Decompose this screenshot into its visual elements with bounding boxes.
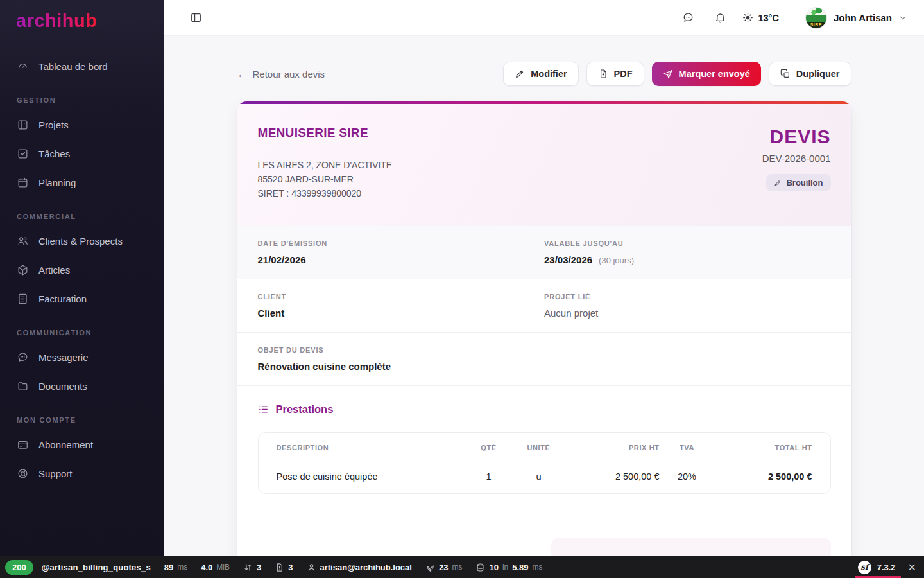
twig-time-unit: ms — [452, 563, 462, 572]
list-icon — [258, 404, 269, 415]
arrows-up-down-icon — [243, 563, 253, 572]
pencil-icon — [774, 179, 782, 187]
profiler-time[interactable]: 89 ms — [164, 563, 187, 572]
client-label: CLIENT — [258, 293, 545, 301]
time-value: 89 — [164, 563, 173, 572]
time-unit: ms — [177, 563, 187, 572]
profiler-user[interactable]: artisan@archihub.local — [307, 563, 412, 572]
sidebar-item-messagerie[interactable]: Messagerie — [9, 343, 155, 372]
chat-bubble-icon — [17, 351, 29, 363]
avatar-logo-band — [806, 15, 826, 22]
symfony-logo[interactable]: sf — [858, 561, 871, 574]
sidebar-item-projets[interactable]: Projets — [9, 110, 155, 139]
profiler-memory[interactable]: 4.0 MiB — [201, 563, 230, 572]
messages-button[interactable] — [678, 8, 697, 28]
duplicate-button-label: Dupliquer — [796, 69, 840, 79]
sidebar-item-facturation[interactable]: Facturation — [9, 285, 155, 313]
chevron-down-icon — [898, 13, 907, 22]
profiler-database[interactable]: 10 in 5.89 ms — [475, 563, 542, 572]
validity-date-field: VALABLE JUSQU'AU 23/03/2026(30 jours) — [544, 240, 831, 265]
client-value: Client — [258, 308, 545, 319]
project-field: PROJET LIÉ Aucun projet — [544, 293, 831, 319]
sidebar-item-label: Support — [38, 468, 73, 479]
mark-sent-button[interactable]: Marquer envoyé — [652, 62, 761, 86]
sidebar-item-label: Projets — [38, 119, 69, 130]
sidebar-item-planning[interactable]: Planning — [9, 168, 155, 197]
company-name: MENUISERIE SIRE — [258, 126, 393, 140]
duplicate-button[interactable]: Dupliquer — [769, 62, 851, 86]
route-name: @artisan_billing_quotes_s — [42, 563, 151, 572]
sidebar-item-documents[interactable]: Documents — [9, 372, 155, 401]
document-block: DEVIS DEV-2026-0001 Brouillon — [762, 126, 831, 200]
panel-left-icon — [190, 12, 202, 24]
arrow-left-icon: ← — [237, 69, 247, 80]
column-header: TVA — [660, 444, 715, 451]
topbar-right: 13°C SIRE John Artisan — [678, 7, 907, 29]
edit-button[interactable]: Modifier — [503, 62, 578, 86]
status-badge: Brouillon — [766, 174, 830, 191]
quote-card: MENUISERIE SIRE LES AIRES 2, ZONE D'ACTI… — [237, 101, 851, 578]
column-header: UNITÉ — [509, 444, 569, 451]
object-section: OBJET DU DEVIS Rénovation cuisine complè… — [237, 332, 851, 385]
sidebar-item-support[interactable]: Support — [9, 459, 155, 488]
profiler-logs[interactable]: 3 — [275, 563, 293, 572]
column-header: QTÉ — [468, 444, 509, 451]
app-logo[interactable]: archihub — [0, 0, 164, 42]
sidebar-item-label: Abonnement — [38, 439, 93, 450]
close-icon[interactable]: ✕ — [908, 561, 916, 574]
validity-date: 23/03/2026 — [544, 254, 592, 265]
sidebar-item-articles[interactable]: Articles — [9, 256, 155, 285]
pdf-button[interactable]: PDF — [586, 62, 644, 86]
cell-description: Pose de cuisine équipée — [277, 471, 468, 482]
avatar: SIRE — [805, 7, 827, 29]
ajax-count: 3 — [257, 563, 261, 572]
sidebar-item-dashboard[interactable]: Tableau de bord — [9, 52, 155, 81]
http-status-badge[interactable]: 200 — [5, 560, 33, 575]
profiler-ajax[interactable]: 3 — [243, 563, 261, 572]
validity-date-label: VALABLE JUSQU'AU — [544, 240, 831, 247]
profiler-route[interactable]: @artisan_billing_quotes_s — [42, 563, 151, 572]
app-logo-text: archihub — [16, 10, 97, 31]
avatar-logo-top — [806, 8, 826, 16]
gauge-icon — [17, 60, 29, 73]
topbar-divider — [792, 10, 792, 26]
sidebar-item-label: Tableau de bord — [38, 61, 108, 72]
sidebar-section-communication: COMMUNICATION — [17, 329, 148, 337]
dates-section: DATE D'ÉMISSION 21/02/2026 VALABLE JUSQU… — [237, 226, 851, 279]
weather-widget: 13°C — [742, 12, 778, 23]
sidebar-item-label: Messagerie — [38, 352, 89, 363]
chat-bubble-icon — [682, 12, 694, 24]
folder-icon — [17, 380, 29, 392]
cell-total: 2 500,00 € — [715, 471, 812, 482]
client-section: CLIENT Client PROJET LIÉ Aucun projet — [237, 279, 851, 332]
back-to-quotes-link[interactable]: ← Retour aux devis — [237, 69, 325, 80]
db-time-value: 5.89 — [512, 563, 528, 572]
sidebar-item-clients[interactable]: Clients & Prospects — [9, 227, 155, 256]
cell-unit: u — [509, 471, 569, 482]
notifications-button[interactable] — [710, 8, 730, 28]
object-value: Rénovation cuisine complète — [258, 361, 831, 372]
user-menu[interactable]: SIRE John Artisan — [805, 7, 907, 29]
company-address: LES AIRES 2, ZONE D'ACTIVITE 85520 JARD-… — [258, 158, 393, 200]
object-field: OBJET DU DEVIS Rénovation cuisine complè… — [258, 346, 831, 372]
sidebar-item-taches[interactable]: Tâches — [9, 139, 155, 168]
sidebar-section-compte: MON COMPTE — [17, 416, 148, 424]
cell-price: 2 500,00 € — [569, 471, 660, 482]
sidebar-item-abonnement[interactable]: Abonnement — [9, 430, 155, 459]
sidebar-item-label: Facturation — [38, 293, 87, 304]
sidebar-toggle-button[interactable] — [186, 8, 205, 28]
prestations-heading: Prestations — [258, 403, 831, 416]
twig-leaf-icon — [425, 563, 435, 572]
address-line: 85520 JARD-SUR-MER — [258, 172, 393, 186]
memory-value: 4.0 — [201, 563, 212, 572]
sidebar-section-commercial: COMMERCIAL — [17, 213, 148, 220]
table-header-row: DESCRIPTION QTÉ UNITÉ PRIX HT TVA TOTAL … — [259, 433, 830, 460]
document-type: DEVIS — [762, 126, 831, 148]
user-identifier: artisan@archihub.local — [320, 563, 412, 572]
pdf-file-icon — [598, 69, 608, 79]
calendar-icon — [17, 177, 29, 189]
twig-time-value: 23 — [439, 563, 448, 572]
log-file-icon — [275, 563, 284, 572]
profiler-twig[interactable]: 23 ms — [425, 563, 462, 572]
project-value: Aucun projet — [544, 308, 831, 319]
